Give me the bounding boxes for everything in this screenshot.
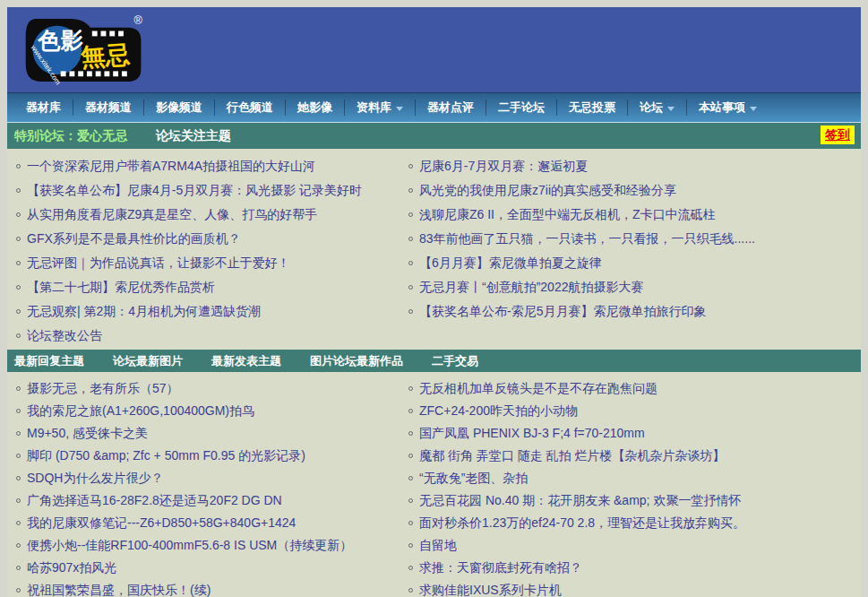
nav-item-label: 她影像 <box>297 100 332 116</box>
topic-link[interactable]: GFX系列是不是最具性价比的画质机？ <box>16 227 400 251</box>
bullet-icon <box>16 476 21 480</box>
topic-link[interactable]: 【获奖名单公布】尼康4月-5月双月赛：风光摄影 记录美好时 <box>16 178 400 203</box>
topic-link[interactable]: “无敌兔”老图、杂拍 <box>408 467 861 489</box>
topic-link[interactable]: 自留地 <box>408 534 861 557</box>
topic-link[interactable]: 无忌观察| 第2期：4月相机为何遭遇缺货潮 <box>16 299 400 324</box>
focus-topics-section: 一个资深索尼用户带着A7RM4A拍摄祖国的大好山河【获奖名单公布】尼康4月-5月… <box>7 149 861 350</box>
bullet-icon <box>408 588 413 593</box>
nav-item[interactable]: 行色频道 <box>214 100 285 116</box>
nav-item-label: 行色频道 <box>227 100 273 116</box>
special-forum-link[interactable]: 特别论坛：爱心无忌 <box>14 128 127 144</box>
topic-link[interactable]: 哈苏907x拍风光 <box>16 557 400 579</box>
topic-title: 无忌评图｜为作品说真话，让摄影不止于爱好！ <box>27 251 290 275</box>
signin-button[interactable]: 签到 <box>821 125 855 144</box>
topic-link[interactable]: 【获奖名单公布-索尼5月月赛】索尼微单拍旅行印象 <box>408 299 861 324</box>
bullet-icon <box>408 237 413 241</box>
topic-title: 无忌观察| 第2期：4月相机为何遭遇缺货潮 <box>27 299 261 324</box>
topic-list-right: 尼康6月-7月双月赛：邂逅初夏风光党的我使用尼康z7ii的真实感受和经验分享浅聊… <box>400 154 861 348</box>
topic-title: 83年前他画了五只猫，一只读书，一只看报，一只织毛线...... <box>419 227 755 251</box>
tab[interactable]: 二手交易 <box>432 353 478 369</box>
main-nav: 器材库器材频道影像频道行色频道她影像资料库器材点评二手论坛无忌投票论坛本站事项 <box>7 92 861 123</box>
topic-title: 浅聊尼康Z6 II，全面型中端无反相机，Z卡口中流砥柱 <box>419 203 716 227</box>
tab[interactable]: 论坛最新图片 <box>113 353 183 369</box>
topic-title: GFX系列是不是最具性价比的画质机？ <box>27 227 241 251</box>
nav-item[interactable]: 她影像 <box>285 100 344 116</box>
tab[interactable]: 最新回复主题 <box>14 353 84 369</box>
topic-link[interactable]: 浅聊尼康Z6 II，全面型中端无反相机，Z卡口中流砥柱 <box>408 203 861 227</box>
topic-link[interactable]: 祝祖国繁荣昌盛，国庆快乐！(续) <box>16 579 400 597</box>
bullet-icon <box>16 498 21 503</box>
nav-item-label: 器材点评 <box>427 100 474 116</box>
topic-title: 自留地 <box>419 534 457 557</box>
nav-item[interactable]: 器材点评 <box>415 100 486 116</box>
topic-link[interactable]: 风光党的我使用尼康z7ii的真实感受和经验分享 <box>408 178 861 203</box>
topic-title: 论坛整改公告 <box>27 324 102 348</box>
topic-link[interactable]: 【6月月赛】索尼微单拍夏之旋律 <box>408 251 861 275</box>
bullet-icon <box>16 454 21 458</box>
topic-link[interactable]: ZFC+24-200昨天拍的小动物 <box>408 400 861 422</box>
topic-title: M9+50, 感受徕卡之美 <box>27 422 148 445</box>
topic-link[interactable]: 我的尼康双修笔记---Z6+D850+58G+840G+1424 <box>16 512 400 534</box>
topic-link[interactable]: 我的索尼之旅(A1+260G,100400GM)拍鸟 <box>16 400 400 422</box>
bullet-icon <box>408 164 413 169</box>
topic-title: 求购佳能IXUS系列卡片机 <box>419 579 562 597</box>
forum-focus-topics-label[interactable]: 论坛关注主题 <box>156 128 231 144</box>
topic-link[interactable]: 无忌月赛丨“创意航拍”2022航拍摄影大赛 <box>408 275 861 299</box>
nav-item[interactable]: 影像频道 <box>143 100 214 116</box>
tab[interactable]: 图片论坛最新作品 <box>310 353 403 369</box>
registered-mark: ® <box>134 15 143 27</box>
nav-item-label: 本站事项 <box>699 100 745 116</box>
topic-title: 无忌月赛丨“创意航拍”2022航拍摄影大赛 <box>419 275 643 299</box>
nav-item[interactable]: 器材库 <box>14 100 73 116</box>
topic-link[interactable]: 求推：天窗彻底封死有啥招？ <box>408 557 861 579</box>
topic-link[interactable]: 无反相机加单反镜头是不是不存在跑焦问题 <box>408 377 861 400</box>
topic-link[interactable]: 魔都 街角 弄堂口 随走 乱拍 烂片楼【杂机杂片杂谈坊】 <box>408 445 861 467</box>
topic-link[interactable]: 论坛整改公告 <box>16 324 400 348</box>
topic-link[interactable]: 求购佳能IXUS系列卡片机 <box>408 579 861 597</box>
chevron-down-icon <box>396 107 403 111</box>
tab[interactable]: 最新发表主题 <box>211 353 281 369</box>
bullet-icon <box>16 521 21 525</box>
bullet-icon <box>408 431 413 436</box>
topic-link[interactable]: 脚印 (D750 &amp; Zfc + 50mm F0.95 的光影记录) <box>16 445 400 467</box>
topic-link[interactable]: 83年前他画了五只猫，一只读书，一只看报，一只织毛线...... <box>408 227 861 251</box>
nav-item-label: 无忌投票 <box>569 100 615 116</box>
nav-item-label: 二手论坛 <box>498 100 545 116</box>
bullet-icon <box>16 285 21 290</box>
nav-item[interactable]: 论坛 <box>627 100 686 116</box>
topic-link[interactable]: 一个资深索尼用户带着A7RM4A拍摄祖国的大好山河 <box>16 154 400 178</box>
topic-link[interactable]: 摄影无忌，老有所乐（57） <box>16 377 400 400</box>
topic-link[interactable]: 便携小炮--佳能RF100-400mmF5.6-8 IS USM（持续更新） <box>16 534 400 557</box>
topic-title: 尼康6月-7月双月赛：邂逅初夏 <box>419 154 588 178</box>
topic-link[interactable]: 国产凤凰 PHENIX BJ-3 F;4 f=70-210mm <box>408 422 861 445</box>
nav-item[interactable]: 资料库 <box>344 100 415 116</box>
nav-item-label: 影像频道 <box>156 100 202 116</box>
topic-link[interactable]: SDQH为什么发片很少？ <box>16 467 400 489</box>
topic-title: 风光党的我使用尼康z7ii的真实感受和经验分享 <box>419 178 676 203</box>
bullet-icon <box>16 333 21 338</box>
topic-link[interactable]: 面对秒杀价1.23万的ef24-70 2.8，理智还是让我放弃购买。 <box>408 512 861 534</box>
bullet-icon <box>16 237 21 241</box>
topic-link[interactable]: 从实用角度看尼康Z9真是星空、人像、打鸟的好帮手 <box>16 203 400 227</box>
topic-link[interactable]: 尼康6月-7月双月赛：邂逅初夏 <box>408 154 861 178</box>
nav-item[interactable]: 本站事项 <box>686 100 769 116</box>
nav-item-label: 器材频道 <box>85 100 132 116</box>
topic-list-left: 摄影无忌，老有所乐（57）我的索尼之旅(A1+260G,100400GM)拍鸟M… <box>7 377 400 597</box>
topic-link[interactable]: M9+50, 感受徕卡之美 <box>16 422 400 445</box>
nav-item[interactable]: 无忌投票 <box>556 100 627 116</box>
tabs-bar: 最新回复主题论坛最新图片最新发表主题图片论坛最新作品二手交易 <box>7 350 861 372</box>
topic-title: 【第二十七期】索尼优秀作品赏析 <box>27 275 215 299</box>
topic-link[interactable]: 【第二十七期】索尼优秀作品赏析 <box>16 275 400 299</box>
topic-link[interactable]: 无忌百花园 No.40 期：花开朋友来 &amp; 欢聚一堂抒情怀 <box>408 489 861 512</box>
bullet-icon <box>408 309 413 314</box>
nav-item[interactable]: 器材频道 <box>73 100 143 116</box>
topic-link[interactable]: 无忌评图｜为作品说真话，让摄影不止于爱好！ <box>16 251 400 275</box>
bullet-icon <box>408 454 413 458</box>
nav-item[interactable]: 二手论坛 <box>486 100 556 116</box>
topic-title: 【获奖名单公布】尼康4月-5月双月赛：风光摄影 记录美好时 <box>27 178 362 203</box>
nav-item-label: 论坛 <box>640 100 663 116</box>
bullet-icon <box>16 386 21 391</box>
bullet-icon <box>16 261 21 265</box>
topic-link[interactable]: 广角选择适马16-28F2.8还是适马20F2 DG DN <box>16 489 400 512</box>
xitek-logo[interactable]: 色影 無忌 www.xitek.com ® <box>23 15 147 85</box>
